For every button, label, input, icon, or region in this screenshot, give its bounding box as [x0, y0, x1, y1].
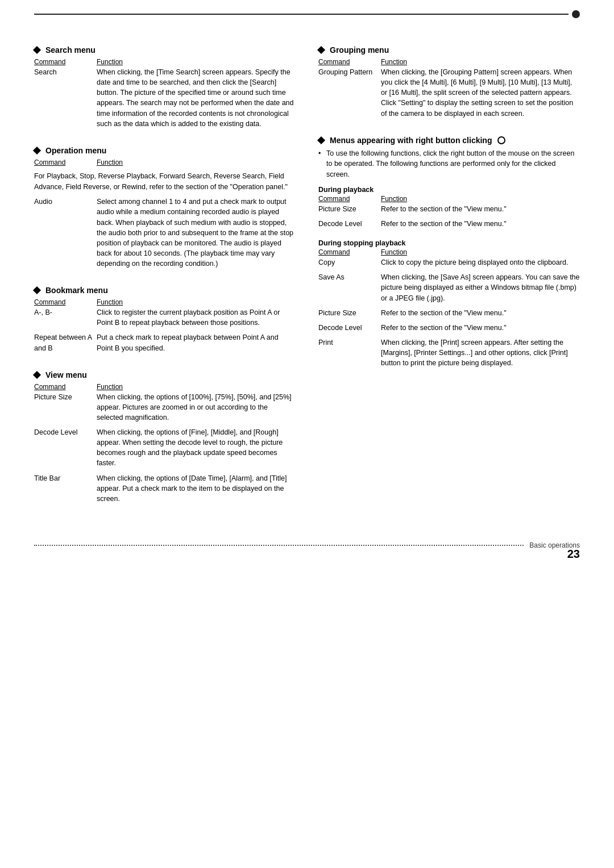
operation-row-audio: Audio Select among channel 1 to 4 and pu…	[34, 197, 296, 273]
during-stopping-header: Command Function	[318, 248, 580, 257]
diamond-icon	[33, 46, 41, 54]
left-column: Search menu Command Function Search When…	[34, 45, 296, 521]
playback-row-decodelevel: Decode Level Refer to the section of the…	[318, 219, 580, 233]
view-row-picturesize: Picture Size When clicking, the options …	[34, 392, 296, 427]
circle-icon	[497, 136, 505, 144]
bookmark-row-ab: A-, B- Click to register the current pla…	[34, 307, 296, 332]
search-row-search: Search When clicking, the [Time Search] …	[34, 67, 296, 133]
operation-menu-table: Audio Select among channel 1 to 4 and pu…	[34, 197, 296, 273]
bookmark-menu-table: Command Function A-, B- Click to registe…	[34, 298, 296, 358]
grouping-menu-title: Grouping menu	[318, 45, 580, 55]
bookmark-menu-title: Bookmark menu	[34, 286, 296, 295]
operation-menu-section: Operation menu Command Function For Play…	[34, 146, 296, 273]
operation-intro: For Playback, Stop, Reverse Playback, Fo…	[34, 171, 296, 193]
search-func-header: Function	[97, 58, 296, 67]
operation-menu-title: Operation menu	[34, 146, 296, 155]
grouping-row-pattern: Grouping Pattern When clicking, the [Gro…	[318, 67, 580, 123]
diamond-icon-3	[33, 286, 41, 294]
stopping-row-saveas: Save As When clicking, the [Save As] scr…	[318, 272, 580, 307]
operation-menu-header: Command Function	[34, 158, 296, 168]
bookmark-row-repeat: Repeat between A and B Put a check mark …	[34, 332, 296, 357]
search-menu-table: Command Function Search When clicking, t…	[34, 58, 296, 133]
grouping-menu-section: Grouping menu Command Function Grouping …	[318, 45, 580, 123]
view-menu-title: View menu	[34, 370, 296, 379]
footer: Basic operations	[0, 541, 614, 549]
view-header: Command Function	[34, 383, 296, 392]
grouping-header: Command Function	[318, 58, 580, 67]
top-line	[34, 14, 569, 15]
during-playback-header: Command Function	[318, 195, 580, 204]
top-circle	[572, 10, 580, 18]
diamond-icon-4	[33, 371, 41, 379]
diamond-icon-2	[33, 147, 41, 155]
search-menu-title: Search menu	[34, 45, 296, 55]
search-cmd-header: Command	[34, 58, 97, 67]
playback-row-picturesize: Picture Size Refer to the section of the…	[318, 204, 580, 219]
search-menu-header: Command Function	[34, 58, 296, 67]
grouping-menu-table: Command Function Grouping Pattern When c…	[318, 58, 580, 123]
view-menu-table: Command Function Picture Size When click…	[34, 383, 296, 508]
view-row-decodelevel: Decode Level When clicking, the options …	[34, 427, 296, 473]
stopping-row-picturesize: Picture Size Refer to the section of the…	[318, 308, 580, 323]
operation-menu-header-table: Command Function	[34, 158, 296, 168]
right-click-intro: To use the following functions, click th…	[318, 148, 580, 180]
page: Search menu Command Function Search When…	[0, 0, 614, 566]
bookmark-header: Command Function	[34, 298, 296, 307]
bookmark-menu-section: Bookmark menu Command Function A-, B- Cl…	[34, 286, 296, 358]
search-menu-section: Search menu Command Function Search When…	[34, 45, 296, 133]
during-playback-title: During playback	[318, 186, 580, 194]
stopping-row-decodelevel: Decode Level Refer to the section of the…	[318, 323, 580, 337]
right-column: Grouping menu Command Function Grouping …	[318, 45, 580, 521]
diamond-icon-6	[317, 136, 325, 144]
view-row-titlebar: Title Bar When clicking, the options of …	[34, 473, 296, 508]
stopping-row-copy: Copy Click to copy the picture being dis…	[318, 257, 580, 272]
during-playback-table: Command Function Picture Size Refer to t…	[318, 195, 580, 233]
right-click-menu-section: Menus appearing with right button clicki…	[318, 136, 580, 373]
view-menu-section: View menu Command Function Picture Size …	[34, 370, 296, 508]
during-stopping-title: During stopping playback	[318, 239, 580, 247]
page-number: 23	[567, 548, 580, 561]
footer-dots	[34, 545, 524, 546]
stopping-row-print: Print When clicking, the [Print] screen …	[318, 337, 580, 373]
during-stopping-table: Command Function Copy Click to copy the …	[318, 248, 580, 373]
diamond-icon-5	[317, 46, 325, 54]
right-click-menu-title: Menus appearing with right button clicki…	[318, 136, 580, 145]
